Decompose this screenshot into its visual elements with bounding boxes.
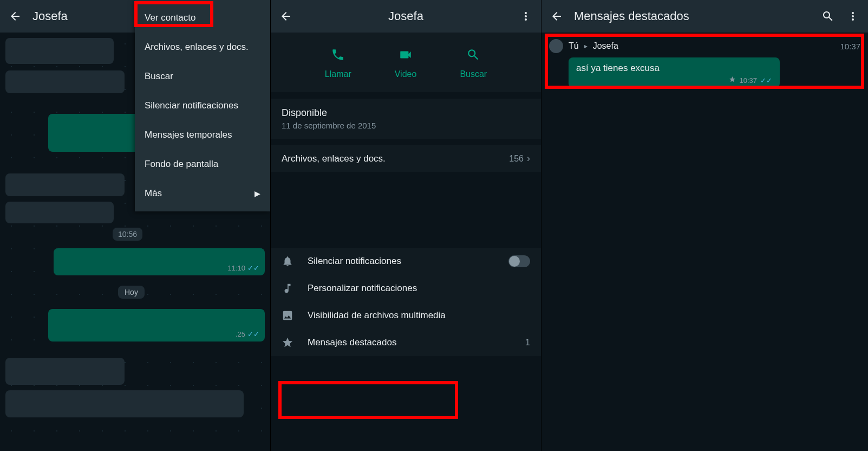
starred-text: así ya tienes excusa xyxy=(576,63,772,74)
custom-label: Personalizar notificaciones xyxy=(308,283,417,294)
bell-icon xyxy=(282,255,293,267)
contact-content: Llamar Video Buscar Disponible 11 de sep… xyxy=(271,33,541,451)
search-button[interactable] xyxy=(820,9,836,24)
incoming-bubble[interactable] xyxy=(5,70,125,93)
menu-disappearing[interactable]: Mensajes temporales xyxy=(135,120,270,150)
star-icon xyxy=(282,337,293,349)
back-button[interactable] xyxy=(549,9,564,24)
search-label: Buscar xyxy=(460,69,487,79)
starred-header-time: 10:37 xyxy=(840,42,860,51)
search-button[interactable]: Buscar xyxy=(460,48,487,79)
contact-actions: Llamar Video Buscar xyxy=(271,33,541,92)
incoming-bubble[interactable] xyxy=(5,173,125,196)
starred-topbar: Mensajes destacados xyxy=(541,0,868,33)
menu-search[interactable]: Buscar xyxy=(135,62,270,91)
status-date: 11 de septiembre de 2015 xyxy=(282,121,530,130)
chevron-right-icon: › xyxy=(527,153,530,164)
media-count: 156 xyxy=(509,154,524,163)
bubble-time: 10:37 xyxy=(739,76,757,85)
visibility-label: Visibilidad de archivos multimedia xyxy=(308,310,446,321)
menu-view-contact[interactable]: Ver contacto xyxy=(135,3,270,33)
outgoing-bubble[interactable]: .25 ✓✓ xyxy=(48,309,265,342)
back-button[interactable] xyxy=(8,9,23,24)
status-title: Disponible xyxy=(282,107,530,119)
timestamp-chip: 10:56 xyxy=(113,229,142,239)
settings-block: Silenciar notificaciones Personalizar no… xyxy=(271,248,541,356)
chat-options-menu: Ver contacto Archivos, enlaces y docs. B… xyxy=(135,0,270,211)
starred-title: Mensajes destacados xyxy=(574,9,811,23)
day-chip: Hoy xyxy=(118,287,145,297)
menu-media[interactable]: Archivos, enlaces y docs. xyxy=(135,33,270,62)
outgoing-bubble[interactable]: 11:10 ✓✓ xyxy=(54,248,265,275)
media-visibility-row[interactable]: Visibilidad de archivos multimedia xyxy=(271,302,541,329)
music-note-icon xyxy=(282,282,293,294)
starred-label: Mensajes destacados xyxy=(308,337,396,348)
bubble-time: .25 xyxy=(236,330,245,338)
incoming-bubble[interactable] xyxy=(5,358,125,385)
starred-header: Tú ▸ Josefa 10:37 xyxy=(549,39,860,53)
media-label: Archivos, enlaces y docs. xyxy=(282,153,386,164)
starred-bubble[interactable]: así ya tienes excusa 10:37 ✓✓ xyxy=(569,57,780,88)
more-button[interactable] xyxy=(518,9,533,24)
starred-message-item[interactable]: Tú ▸ Josefa 10:37 así ya tienes excusa 1… xyxy=(541,33,868,94)
video-label: Video xyxy=(395,69,417,79)
more-button[interactable] xyxy=(845,9,860,24)
call-button[interactable]: Llamar xyxy=(325,48,351,79)
incoming-bubble[interactable] xyxy=(5,38,114,64)
starred-to: Josefa xyxy=(593,41,618,51)
contact-title: Josefa xyxy=(303,9,508,23)
starred-messages-row[interactable]: Mensajes destacados 1 xyxy=(271,329,541,356)
mute-label: Silenciar notificaciones xyxy=(308,256,401,267)
call-label: Llamar xyxy=(325,69,351,79)
starred-list: Tú ▸ Josefa 10:37 así ya tienes excusa 1… xyxy=(541,33,868,451)
panel-contact-info: Josefa Llamar Video Buscar Disponible 11… xyxy=(271,0,541,451)
incoming-bubble[interactable] xyxy=(5,390,244,417)
read-checks-icon: ✓✓ xyxy=(760,76,772,85)
incoming-bubble[interactable] xyxy=(5,202,114,223)
panel-starred: Mensajes destacados Tú ▸ Josefa 10:37 as… xyxy=(541,0,868,451)
starred-from: Tú xyxy=(569,41,579,51)
arrow-right-icon: ▸ xyxy=(584,42,588,50)
video-button[interactable]: Video xyxy=(395,48,417,79)
panel-chat: Josefa 10:56 11:10 ✓✓ Hoy .25 ✓✓ xyxy=(0,0,271,451)
star-icon xyxy=(729,76,736,85)
custom-notifications-row[interactable]: Personalizar notificaciones xyxy=(271,275,541,302)
mute-toggle[interactable] xyxy=(508,255,530,267)
avatar xyxy=(549,39,563,53)
starred-count: 1 xyxy=(525,338,530,347)
menu-mute[interactable]: Silenciar notificaciones xyxy=(135,91,270,120)
read-checks-icon: ✓✓ xyxy=(247,330,259,338)
back-button[interactable] xyxy=(278,9,293,24)
chevron-right-icon: ▶ xyxy=(254,189,260,198)
media-row[interactable]: Archivos, enlaces y docs. 156› xyxy=(271,145,541,172)
image-icon xyxy=(282,310,293,321)
contact-topbar: Josefa xyxy=(271,0,541,33)
bubble-time: 11:10 xyxy=(227,264,245,272)
mute-row[interactable]: Silenciar notificaciones xyxy=(271,248,541,275)
status-section[interactable]: Disponible 11 de septiembre de 2015 xyxy=(271,99,541,139)
menu-more[interactable]: Más▶ xyxy=(135,179,270,208)
read-checks-icon: ✓✓ xyxy=(247,264,259,272)
menu-wallpaper[interactable]: Fondo de pantalla xyxy=(135,150,270,179)
